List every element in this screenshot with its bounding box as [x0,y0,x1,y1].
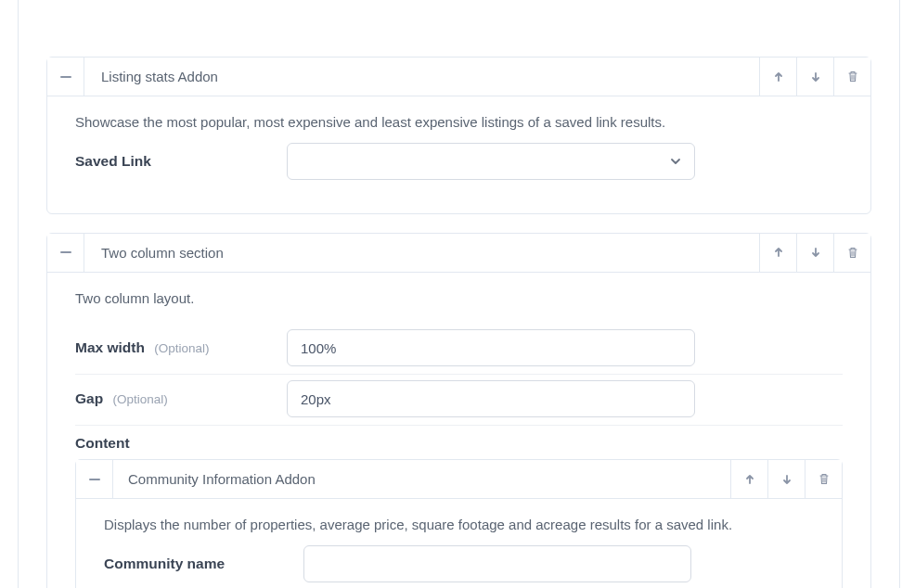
section-description: Showcase the most popular, most expensiv… [75,113,843,132]
section-header: Community Information Addon [76,460,842,499]
community-name-input[interactable] [303,545,691,582]
move-up-button[interactable] [730,460,767,498]
field-label: Gap (Optional) [75,390,268,407]
field-label: Community name [104,556,285,572]
minus-icon [60,247,71,258]
move-up-button[interactable] [759,234,796,272]
collapse-button[interactable] [47,58,84,96]
move-down-button[interactable] [767,460,805,498]
section-header: Listing stats Addon [47,58,870,96]
section-description: Displays the number of properties, avera… [104,516,814,534]
delete-button[interactable] [833,58,870,96]
field-saved-link: Saved Link [75,137,843,187]
section-title: Community Information Addon [113,460,730,498]
settings-panel: Listing stats Addon Showcase the most po… [18,0,900,588]
field-max-width: Max width (Optional) [75,324,843,375]
field-optional: (Optional) [154,341,209,355]
section-body: Showcase the most popular, most expensiv… [47,96,870,213]
field-label: Max width (Optional) [75,339,268,356]
move-up-button[interactable] [759,58,796,96]
section-title: Listing stats Addon [84,58,759,96]
collapse-button[interactable] [47,234,84,272]
gap-input[interactable] [287,380,695,417]
field-gap: Gap (Optional) [75,375,843,426]
section-two-column: Two column section Two column layout. Ma… [46,233,871,589]
arrow-up-icon [773,71,784,83]
arrow-down-icon [810,71,821,83]
collapse-button[interactable] [76,460,113,498]
section-description: Two column layout. [75,289,843,308]
arrow-up-icon [773,247,784,258]
field-label-text: Gap [75,390,103,406]
content-heading: Content [75,426,843,459]
section-listing-stats: Listing stats Addon Showcase the most po… [46,57,871,214]
trash-icon [847,70,858,83]
minus-icon [89,474,100,485]
minus-icon [60,71,71,83]
field-label: Saved Link [75,153,268,170]
section-title: Two column section [84,234,759,272]
field-optional: (Optional) [112,392,167,406]
delete-button[interactable] [805,460,842,498]
section-community-info: Community Information Addon Displays the… [75,459,843,588]
arrow-down-icon [810,247,821,258]
move-down-button[interactable] [796,234,833,272]
field-community-name: Community name [104,540,814,589]
trash-icon [818,473,830,485]
move-down-button[interactable] [796,58,833,96]
delete-button[interactable] [833,234,870,272]
saved-link-select[interactable] [287,143,695,180]
max-width-input[interactable] [287,329,695,366]
section-header: Two column section [47,234,870,273]
field-label-text: Max width [75,339,145,355]
trash-icon [847,247,858,259]
arrow-down-icon [781,474,793,485]
section-body: Displays the number of properties, avera… [76,499,842,588]
section-body: Two column layout. Max width (Optional) … [47,273,870,589]
arrow-up-icon [744,474,755,485]
